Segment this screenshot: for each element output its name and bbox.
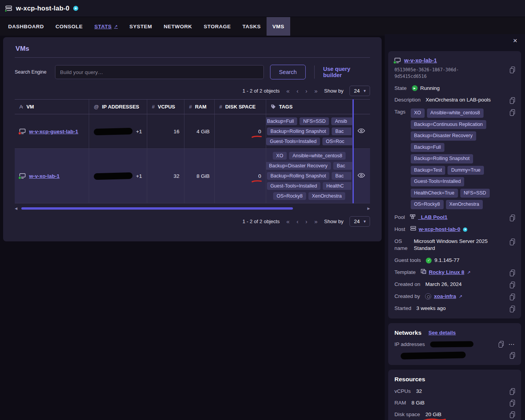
tag-pill[interactable]: Backup=Rolling Snapshot xyxy=(267,127,330,135)
first-page-icon[interactable]: « xyxy=(284,218,291,225)
prev-page-icon[interactable]: ‹ xyxy=(294,88,300,94)
table-row[interactable]: w-v-xcp-guest-lab-1 +1 16 4 GiB 0 Backu xyxy=(15,114,370,149)
vm-link[interactable]: w-v-xo-lab-1 xyxy=(404,57,437,64)
nav-stats[interactable]: STATS ↗ xyxy=(89,17,124,36)
tag-pill[interactable]: NFS=SSD xyxy=(460,189,490,198)
column-disk[interactable]: # DISK SPACE xyxy=(215,100,266,114)
column-ram[interactable]: # RAM xyxy=(184,100,215,114)
copy-icon[interactable] xyxy=(510,400,515,406)
more-icon[interactable]: ⋯ xyxy=(508,341,515,348)
nav-network[interactable]: NETWORK xyxy=(158,17,198,36)
scroll-right-icon[interactable]: ▶ xyxy=(367,207,370,210)
column-ip[interactable]: @ IP ADDRESSES xyxy=(89,100,147,114)
copy-icon[interactable] xyxy=(510,239,515,245)
tag-pill[interactable]: Guest-Tools=Installed xyxy=(266,138,320,145)
eye-icon[interactable] xyxy=(358,173,365,179)
tag-pill[interactable]: HealthC xyxy=(323,182,351,190)
tag-pill[interactable]: Bac xyxy=(333,162,353,170)
copy-icon[interactable] xyxy=(499,341,504,347)
tag-pill[interactable]: OS=Rocky8 xyxy=(273,192,306,200)
tag-icon xyxy=(271,104,276,109)
vm-icon xyxy=(19,173,26,179)
tag-pill[interactable]: Backup=Rolling Snapshot xyxy=(411,154,473,164)
nav-tasks[interactable]: TASKS xyxy=(237,17,267,36)
scroll-left-icon[interactable]: ◀ xyxy=(15,207,17,210)
column-tags[interactable]: TAGS xyxy=(266,100,353,114)
tag-pill[interactable]: Backup=Full xyxy=(266,117,297,125)
template-link[interactable]: Rocky Linux 8 xyxy=(429,269,465,276)
created-by-link[interactable]: xoa-infra xyxy=(434,293,456,300)
tag-pill[interactable]: Backup=Continuous Replication xyxy=(411,120,487,129)
tag-pill[interactable]: XO xyxy=(273,152,287,160)
tag-pill[interactable]: XenOrchestra xyxy=(308,192,345,200)
copy-icon[interactable] xyxy=(510,67,515,73)
copy-icon[interactable] xyxy=(510,97,515,103)
next-page-icon[interactable]: › xyxy=(303,88,309,94)
nav-dashboard[interactable]: DASHBOARD xyxy=(2,17,50,36)
close-icon[interactable]: × xyxy=(513,36,517,45)
xo-lite-app: w-xcp-host-lab-0 DASHBOARD CONSOLE STATS… xyxy=(0,0,525,420)
tag-pill[interactable]: HealthCheck=True xyxy=(411,189,458,198)
tag-pill[interactable]: Backup=Rolling Snapshot xyxy=(267,172,330,180)
copy-icon[interactable] xyxy=(510,411,515,418)
primary-host-icon xyxy=(463,227,467,232)
table-row-selected[interactable]: w-v-xo-lab-1 +1 32 8 GiB 0 XO xyxy=(15,149,370,203)
eye-icon[interactable] xyxy=(358,128,365,134)
tag-pill[interactable]: XenOrchestra xyxy=(446,200,483,209)
tag-pill[interactable]: Dummy=True xyxy=(448,166,484,175)
copy-icon[interactable] xyxy=(510,306,515,312)
annotation-scribble xyxy=(423,418,446,420)
show-by-select[interactable]: 24 ▾ xyxy=(349,86,370,96)
show-by-select[interactable]: 24 ▾ xyxy=(349,216,370,227)
see-details-link[interactable]: See details xyxy=(429,330,456,336)
scrollbar-track[interactable] xyxy=(21,207,364,210)
column-vm[interactable]: A↕ VM xyxy=(15,100,89,114)
tag-pill[interactable]: Bac xyxy=(332,127,351,135)
scrollbar-thumb[interactable] xyxy=(21,207,293,210)
last-page-icon[interactable]: » xyxy=(312,218,319,225)
tag-pill[interactable]: Backup=Disaster Recovery xyxy=(266,162,331,170)
vm-icon xyxy=(19,129,26,134)
tag-pill[interactable]: NFS=SSD xyxy=(300,117,329,125)
tag-pill[interactable]: Ansible=white_centos8 xyxy=(289,152,346,160)
vm-link[interactable]: w-v-xcp-guest-lab-1 xyxy=(29,129,78,134)
tag-pill[interactable]: Backup=Test xyxy=(411,166,446,175)
column-resize-indicator[interactable] xyxy=(353,99,354,203)
host-link[interactable]: w-xcp-host-lab-0 xyxy=(419,226,460,233)
nav-system[interactable]: SYSTEM xyxy=(124,17,158,36)
tag-pill[interactable]: Backup=Full xyxy=(411,143,444,152)
tag-pill[interactable]: Ansib xyxy=(331,117,353,125)
tag-pill[interactable]: Guest-Tools=Installed xyxy=(411,177,465,186)
tag-pill[interactable]: XO xyxy=(411,108,425,118)
prev-page-icon[interactable]: ‹ xyxy=(294,218,300,225)
next-page-icon[interactable]: › xyxy=(303,218,309,225)
search-button[interactable]: Search xyxy=(270,65,306,79)
column-vcpus[interactable]: # VCPUS xyxy=(147,100,184,114)
copy-icon[interactable] xyxy=(510,270,515,276)
tag-pill[interactable]: Backup=Disaster Recovery xyxy=(411,131,476,141)
copy-icon[interactable] xyxy=(510,215,515,221)
copy-icon[interactable] xyxy=(510,294,515,300)
pool-link[interactable]: _LAB Pool1 xyxy=(418,214,448,221)
nav-storage[interactable]: STORAGE xyxy=(198,17,237,36)
tag-pill[interactable]: Ansible=white_centos8 xyxy=(427,108,484,118)
first-page-icon[interactable]: « xyxy=(284,88,291,94)
copy-icon[interactable] xyxy=(510,109,515,115)
ip-addresses-row xyxy=(394,352,515,359)
tag-pill[interactable]: Guest-Tools=Installed xyxy=(267,182,321,190)
nav-vms[interactable]: VMS xyxy=(267,17,290,36)
vm-link[interactable]: w-v-xo-lab-1 xyxy=(29,173,60,179)
nav-console[interactable]: CONSOLE xyxy=(50,17,88,36)
vm-name-cell: w-v-xo-lab-1 xyxy=(15,149,89,203)
vm-icon xyxy=(394,58,401,63)
ip-more-count: +1 xyxy=(136,129,142,134)
copy-icon[interactable] xyxy=(510,282,515,288)
copy-icon[interactable] xyxy=(510,352,515,358)
tag-pill[interactable]: OS=Roc xyxy=(322,138,352,145)
tag-pill[interactable]: Bac xyxy=(332,172,351,180)
query-builder-link[interactable]: Use query builder xyxy=(323,66,370,78)
query-input[interactable] xyxy=(55,65,264,79)
tag-pill[interactable]: OS=Rocky8 xyxy=(411,200,444,209)
copy-icon[interactable] xyxy=(510,388,515,394)
last-page-icon[interactable]: » xyxy=(312,88,319,94)
